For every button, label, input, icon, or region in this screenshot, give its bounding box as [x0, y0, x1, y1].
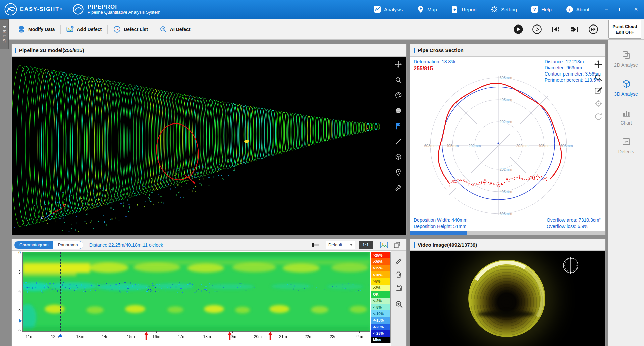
location-pin-icon: [395, 169, 402, 176]
close-button[interactable]: ×: [629, 0, 643, 19]
delete-button[interactable]: [395, 270, 403, 279]
ring-label: 405mm: [499, 98, 513, 102]
nav-setting[interactable]: Setting: [484, 0, 524, 19]
xsec-locate-button[interactable]: [594, 99, 603, 109]
point-cloud-edit-toggle[interactable]: Point Cloud Edit OFF: [608, 20, 641, 39]
ring-label: 405mm: [499, 190, 513, 194]
position-cursor-marker[interactable]: [58, 332, 62, 337]
modify-data-button[interactable]: Modify Data: [12, 22, 60, 36]
snapshot-button[interactable]: [380, 242, 388, 248]
fast-forward-button[interactable]: [588, 24, 598, 34]
sidebar-item-chart[interactable]: Chart: [608, 107, 644, 127]
tab-panorama[interactable]: Panorama: [53, 241, 83, 249]
nav-label: Analysis: [384, 7, 403, 12]
app-title-block: PIPEPROF Pipeline Quantitative Analysis …: [88, 4, 161, 15]
close-icon: ×: [634, 6, 638, 13]
3d-analyse-icon: [622, 79, 631, 89]
save-button[interactable]: [395, 284, 403, 292]
ring-label: 608mm: [499, 76, 513, 80]
xsec-pan-button[interactable]: [594, 60, 603, 69]
defect-marker-arrow[interactable]: [228, 332, 232, 342]
external-window-icon: [393, 241, 401, 249]
add-defect-button[interactable]: Add Defect: [61, 22, 107, 36]
video-panel: Video Image(4992/13739): [410, 239, 606, 346]
nav-label: Report: [462, 7, 477, 12]
chromatogram-panel: Chromatogram Panorama Distance:22.25m/40…: [11, 239, 407, 346]
deformation-legend: >25%>20%>15%>10%>5%>2%OK<-2%<-5%<-10%<-1…: [371, 252, 390, 343]
registered-mark: ®: [60, 8, 62, 11]
tab-chromatogram[interactable]: Chromatogram: [15, 241, 53, 249]
play-all-button[interactable]: [532, 24, 542, 34]
next-frame-button[interactable]: [570, 24, 580, 34]
toolbar: Modify Data Add Defect Defect List AI De…: [0, 19, 644, 40]
xsec-zoom-button[interactable]: [594, 73, 603, 83]
range-marker-button[interactable]: [312, 243, 320, 247]
x-axis-tick: 17m: [178, 334, 185, 339]
toolbar-label: Add Defect: [77, 27, 102, 32]
scrollbar-thumb[interactable]: [410, 231, 467, 235]
scale-1to1-button[interactable]: 1:1: [359, 241, 373, 249]
maximize-button[interactable]: [614, 0, 629, 19]
point-cloud-viewport[interactable]: X Z: [12, 57, 391, 235]
xsec-edit-button[interactable]: [594, 86, 603, 96]
zoom-in-button[interactable]: [395, 300, 403, 308]
nav-map[interactable]: Map: [410, 0, 444, 19]
nav-report[interactable]: Report: [444, 0, 484, 19]
overflow-block: Overflow area: 7310.3cm² Overflow loss: …: [547, 217, 601, 229]
defect-marker-arrow[interactable]: [144, 332, 148, 342]
popout-button[interactable]: [393, 241, 401, 249]
settings-tool-button[interactable]: [395, 184, 402, 192]
cube-icon: [395, 153, 402, 161]
cross-section-scrollbar[interactable]: [410, 231, 605, 235]
map-pin-icon: [417, 6, 424, 13]
ai-defect-button[interactable]: AI Defect: [154, 22, 196, 36]
analysis-icon: [374, 6, 381, 13]
nav-analysis[interactable]: Analysis: [367, 0, 410, 19]
x-axis-tick: 23m: [330, 334, 338, 339]
titlebar-divider: [67, 4, 67, 14]
chromatogram-heatmap[interactable]: [23, 252, 370, 331]
zoom-tool-button[interactable]: [395, 76, 402, 84]
sidebar-item-defects[interactable]: Defects: [608, 136, 644, 156]
view-mode-select[interactable]: Default: [326, 241, 355, 249]
ring-label: 405mm: [446, 144, 459, 148]
ring-label: 608mm: [560, 144, 573, 148]
nav-help[interactable]: ? Help: [524, 0, 559, 19]
pan-tool-button[interactable]: [395, 61, 402, 68]
nav-about[interactable]: i About: [559, 0, 596, 19]
play-button[interactable]: [513, 24, 523, 34]
video-viewport[interactable]: [410, 251, 605, 346]
brand-name: EASY-SIGHT: [20, 6, 59, 12]
frame-counter: 255/815: [414, 66, 433, 72]
cross-section-plot[interactable]: [410, 57, 605, 231]
defect-list-button[interactable]: Defect List: [108, 22, 154, 36]
sphere-view-button[interactable]: [395, 107, 402, 114]
measure-tool-button[interactable]: [395, 138, 402, 145]
xsec-rotate-button[interactable]: [594, 112, 603, 122]
crosshair-icon: [594, 99, 603, 108]
prev-frame-button[interactable]: [551, 24, 561, 34]
minimize-button[interactable]: −: [599, 0, 614, 19]
file-list-tab[interactable]: File List: [0, 19, 9, 49]
legend-item: <-10%: [371, 310, 390, 317]
position-cursor-line[interactable]: [60, 252, 61, 331]
point-cloud-canvas[interactable]: [12, 57, 391, 235]
sidebar-item-3d-analyse[interactable]: 3D Analyse: [608, 78, 644, 98]
ring-label: 202mm: [516, 144, 529, 148]
y-axis-tick: 0: [13, 328, 21, 333]
locate-point-button[interactable]: [395, 169, 402, 176]
annotate-button[interactable]: [395, 257, 403, 265]
analysis-sidebar: 2D Analyse 3D Analyse Chart Defects: [608, 40, 644, 346]
ring-label: 405mm: [538, 144, 551, 148]
deformation-value: Deformation: 18.8%: [414, 59, 455, 65]
y-axis-tick: 0: [13, 250, 21, 255]
pencil-icon: [395, 257, 403, 265]
defect-marker-arrow[interactable]: [268, 332, 272, 342]
color-palette-button[interactable]: [395, 92, 402, 99]
flag-marker-button[interactable]: [395, 122, 402, 130]
cube-view-button[interactable]: [395, 153, 402, 161]
sidebar-item-2d-analyse[interactable]: 2D Analyse: [608, 49, 644, 69]
overflow-area-value: Overflow area: 7310.3cm²: [547, 217, 601, 223]
header-accent: [414, 48, 415, 53]
legend-item: >20%: [371, 258, 390, 265]
